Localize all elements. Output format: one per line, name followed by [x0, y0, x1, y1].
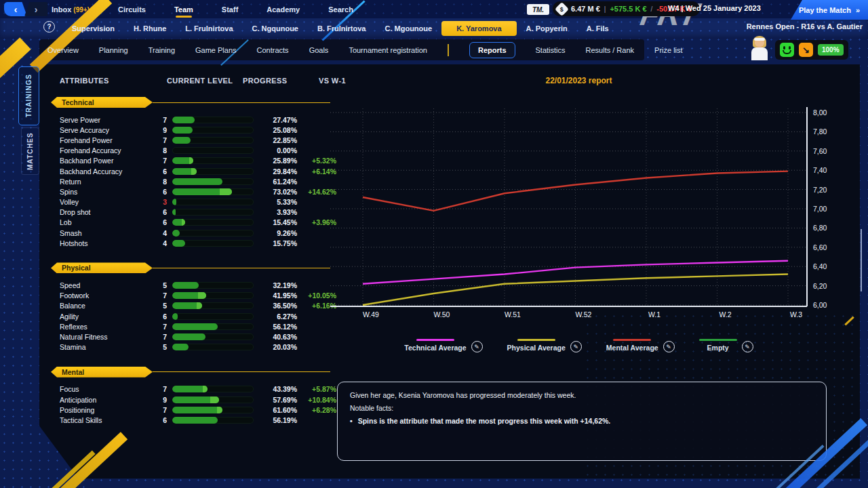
attributes-sections: TechnicalServe Power727.47%Serve Accurac…	[51, 97, 330, 440]
main-tab-circuits[interactable]: Circuits	[117, 1, 147, 18]
nav-item-training[interactable]: Training	[149, 46, 175, 54]
edit-pencil-icon[interactable]: ✎	[570, 341, 582, 352]
progress-gain	[220, 188, 232, 195]
nav-item-overview[interactable]: Overview	[47, 46, 79, 54]
play-the-match-button[interactable]: Play the Match »	[791, 0, 868, 20]
progress-bar	[172, 396, 254, 403]
player-tab[interactable]: L. Frulnirtova	[176, 21, 242, 36]
legend-label: Technical Average	[404, 344, 466, 352]
legend-item-mental-average: Mental Average✎	[606, 339, 675, 352]
attribute-label: Natural Fitness	[60, 333, 157, 341]
nav-item-prize-list[interactable]: Prize list	[654, 46, 683, 54]
progress-gain	[197, 302, 201, 309]
main-tab-search[interactable]: Search	[327, 1, 355, 18]
report-line: Given her age, Ksenia Yaromova has progr…	[350, 391, 814, 399]
progress-bar-cell	[172, 302, 262, 309]
trend-arrow-icon: ↘	[799, 43, 813, 57]
main-tab-academy[interactable]: Academy	[265, 1, 301, 18]
fitness-badge: 100%	[818, 44, 844, 56]
money-icon: $	[555, 1, 569, 16]
scrollbar[interactable]	[861, 229, 862, 291]
attribute-level: 4	[157, 239, 172, 247]
nav-item-tournament-registration[interactable]: Tournament registration	[349, 46, 427, 54]
player-tab[interactable]: H. Rhune	[124, 21, 176, 36]
progress-percent: 57.69%	[262, 396, 297, 404]
attribute-level: 6	[157, 312, 172, 321]
axis-tick-label: 6,80	[813, 224, 827, 232]
progress-fill	[172, 313, 178, 320]
side-tab-matches[interactable]: MATCHES	[21, 127, 39, 175]
nav-item-game-plans[interactable]: Game Plans	[195, 46, 237, 54]
progress-gain	[203, 386, 208, 392]
edit-pencil-icon[interactable]: ✎	[663, 341, 675, 352]
player-tab[interactable]: A. Fils	[577, 21, 618, 36]
nav-item-planning[interactable]: Planning	[99, 46, 128, 54]
attribute-label: Speed	[60, 281, 157, 289]
legend-main: Physical Average	[507, 339, 566, 352]
main-tab-staff[interactable]: Staff	[220, 1, 239, 18]
player-tabs: SupervisionH. RhuneL. FrulnirtovaC. Ngqu…	[62, 18, 618, 39]
player-tab[interactable]: C. Mgounoue	[375, 21, 441, 36]
income-value: +575.5 K €	[610, 5, 646, 13]
player-tab[interactable]: B. Frulnirtova	[308, 21, 376, 36]
progress-bar	[172, 168, 254, 175]
main-tab-inbox[interactable]: Inbox(99+)	[50, 1, 91, 18]
player-tab[interactable]: Supervision	[62, 21, 124, 36]
report-line: Notable facts:	[350, 404, 814, 412]
attribute-row: Forehand Accuracy80.00%	[51, 146, 330, 156]
legend-swatch	[416, 339, 454, 341]
attribute-level: 5	[157, 302, 172, 310]
progress-fill	[172, 178, 222, 185]
section-pill: Technical	[51, 97, 153, 108]
progress-fill	[172, 302, 202, 309]
player-tab[interactable]: C. Ngqunoue	[243, 21, 308, 36]
player-tab[interactable]: A. Popyerin	[517, 21, 577, 36]
attribute-level: 4	[157, 229, 172, 237]
tm-logo: TM.	[527, 4, 549, 15]
attribute-row: Forehand Power722.85%	[51, 135, 330, 145]
help-icon[interactable]: ?	[43, 21, 55, 33]
progress-fill	[172, 168, 197, 175]
progress-percent: 36.50%	[262, 302, 297, 310]
attribute-row: Lob615.45%+3.96%	[51, 218, 330, 228]
report-title: 22/01/2023 report	[330, 76, 827, 85]
side-tab-trainings[interactable]: TRAININGS	[18, 66, 39, 125]
attribute-level: 6	[157, 167, 172, 176]
edit-pencil-icon[interactable]: ✎	[742, 341, 753, 352]
forward-button[interactable]: ›	[24, 2, 47, 16]
chart-legend: Technical Average✎Physical Average✎Menta…	[330, 339, 827, 352]
inbox-count-badge: (99+)	[73, 6, 90, 14]
attribute-label: Reflexes	[60, 323, 157, 331]
main-tab-team[interactable]: Team	[173, 1, 195, 18]
progress-fill	[172, 127, 193, 134]
nav-item-contracts[interactable]: Contracts	[257, 46, 289, 54]
attribute-row: Serve Accuracy925.08%	[51, 125, 330, 135]
attribute-label: Forehand Power	[60, 136, 157, 144]
progress-bar	[172, 386, 254, 392]
axis-tick-label: W.3	[790, 310, 802, 319]
nav-item-reports[interactable]: Reports	[469, 42, 515, 58]
axis-tick-label: 7,40	[813, 166, 827, 174]
progress-bar-cell	[172, 344, 262, 350]
attribute-level: 9	[157, 126, 172, 134]
axis-tick-label: 7,20	[813, 186, 827, 194]
progress-percent: 0.00%	[262, 146, 297, 155]
nav-item-goals[interactable]: Goals	[309, 46, 329, 54]
axis-tick-label: 7,80	[813, 127, 827, 136]
nav-item-statistics[interactable]: Statistics	[536, 46, 566, 54]
back-button[interactable]: ‹	[4, 2, 27, 16]
attribute-row: Backhand Power725.89%+5.32%	[51, 156, 330, 166]
report-bullet: • Spins is the attribute that made the m…	[350, 417, 814, 425]
morale-smiley-icon	[780, 43, 794, 57]
player-tab[interactable]: K. Yaromova	[441, 21, 516, 36]
attribute-row: Positioning761.60%+6.28%	[51, 405, 330, 415]
axis-tick-label: W.1	[648, 310, 660, 319]
section-header: Physical	[51, 262, 330, 273]
player-status-group: ↘ 100%	[775, 40, 848, 60]
nav-item-results-rank[interactable]: Results / Rank	[586, 46, 635, 54]
progress-bar-cell	[172, 127, 262, 134]
attribute-level: 6	[157, 208, 172, 216]
attribute-row: Footwork741.95%+10.05%	[51, 291, 330, 301]
edit-pencil-icon[interactable]: ✎	[471, 341, 483, 352]
game-date: W4 | Wed 25 January 2023	[668, 4, 761, 12]
